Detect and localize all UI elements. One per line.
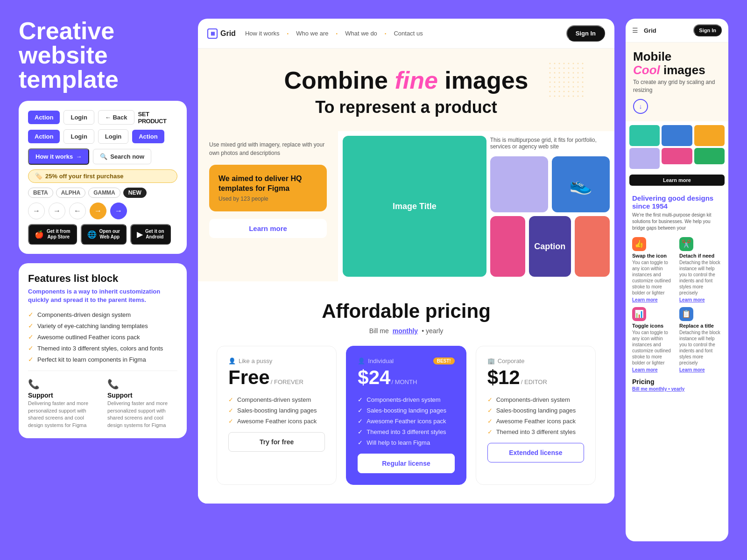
right-panel: ☰ Grid Sign In Mobile Cool images To cre… [626,19,728,541]
login-btn-2[interactable]: Login [63,129,94,144]
mobile-grid [626,121,728,173]
aside-desc: This is multipurpose grid, it fits for p… [490,136,610,153]
toggle-icon-box: 📊 [632,307,646,321]
shoe-cell: 👟 [552,156,610,212]
support-title-2: Support [107,392,177,399]
mobile-billing-text: Bill me monthly • [632,386,671,392]
nav-link-contact[interactable]: Contact us [394,30,423,37]
feature-item: ✓Components-driven system [487,396,584,403]
discount-text: 25% off your first purchase [45,173,124,180]
feature-item: ✓Themed into 3 different styles [487,428,584,435]
feature-item: ✓Will help to learn Figma [358,439,454,446]
arrow-btn-3[interactable]: ← [69,203,86,219]
mg-teal-1 [629,125,660,146]
feature-item: ✓Awesome Feather icons pack [358,418,454,425]
support-desc-2: Delivering faster and more personalized … [107,400,177,429]
detach-learn-more[interactable]: Learn more [679,297,722,302]
feature-item: ✓Sales-boosting landing pages [358,407,454,414]
support-title-1: Support [28,392,98,399]
android-btn[interactable]: ▶ Get it onAndroid [130,224,171,245]
nav-link-how[interactable]: How it works [245,30,280,37]
plan-icon-individual: 👤 [358,357,365,364]
mg-blue-1 [662,125,692,146]
grid-wrapper: Image Title This is multipurpose grid, i… [343,136,610,277]
web-app-btn[interactable]: 🌐 Open ourWeb App [81,224,127,245]
mobile-billing-yearly[interactable]: yearly [671,386,685,392]
login-btn-1[interactable]: Login [63,110,94,125]
hero-title: Creative website template [19,19,187,91]
mg-lavender-1 [629,148,660,169]
billing-toggle: Bill me monthly • yearly [217,327,596,335]
swap-learn-more[interactable]: Learn more [632,297,675,302]
mobile-learn-more-btn[interactable]: Learn more [629,175,725,186]
mobile-signin-btn[interactable]: Sign In [693,24,722,36]
nav-dot-2: ● [336,32,338,35]
mobile-nav-logo: Grid [644,27,656,34]
action-btn-3[interactable]: Action [132,130,164,143]
nav-logo: ▦ Grid [207,28,236,39]
plan-btn-corporate[interactable]: Extended license [487,443,584,462]
svg-rect-1 [549,63,586,100]
login-btn-3[interactable]: Login [98,129,128,144]
billing-monthly[interactable]: monthly [393,327,418,335]
arrow-btn-1[interactable]: → [28,203,45,219]
plan-btn-free[interactable]: Try for free [228,432,325,452]
search-now-btn[interactable]: 🔍 Search now [93,149,151,164]
plan-btn-individual[interactable]: Regular license [358,454,454,473]
app-store-btn[interactable]: 🍎 Get it fromApp Store [28,224,77,245]
mobile-arrow-circle[interactable]: ↓ [633,99,648,114]
action-btn-2[interactable]: Action [28,130,60,143]
feature-text: Awesome outlined Feather icons pack [37,334,140,341]
swap-title: Swap the icon [632,253,675,259]
feat-toggle-icon: 📊 Toggle icons You can toggle to any ico… [632,307,675,372]
web-app-label: Open ourWeb App [99,229,120,240]
salmon-cell [575,216,610,277]
best-badge: BEST! [433,357,455,364]
nav-link-what[interactable]: What we do [345,30,377,37]
support-desc-1: Delivering faster and more personalized … [28,400,98,429]
arrow-btn-5[interactable]: → [110,203,127,219]
apple-icon: 🍎 [35,230,44,239]
price-card-corporate: 🏢 Corporate $12 / EDITOR ✓Components-dri… [476,346,596,485]
action-btn-1[interactable]: Action [28,111,60,124]
hero-line1: Creative [19,19,187,43]
browser-card: ▦ Grid How it works ● Who we are ● What … [198,19,614,504]
mobile-hero-cool: Cool [633,63,660,77]
toggle-learn-more[interactable]: Learn more [632,367,675,372]
lavender-cell [490,156,548,212]
features-title: Features list block [28,273,177,285]
caption-cell: Caption [529,216,571,277]
nav-link-who[interactable]: Who we are [296,30,328,37]
how-it-works-label: How it works [35,153,73,160]
replace-icon: 📋 [682,309,691,318]
promo-title: We aimed to deliver HQ templates for Fig… [218,174,317,194]
right-col: This is multipurpose grid, it fits for p… [490,136,610,277]
teal-col: Image Title [343,136,486,277]
headline-text-2: images [438,67,529,94]
discount-badge: 🏷️ 25% off your first purchase [28,169,177,183]
feature-item: ✓Awesome Feather icons pack [487,418,584,425]
mobile-pricing: Pricing Bill me monthly • yearly [632,378,722,392]
how-it-works-btn[interactable]: How it works → [28,148,89,165]
plan-price-corporate: $12 / EDITOR [487,366,584,389]
delivering-desc: We're the first multi-purpose design kit… [632,212,722,231]
signin-btn[interactable]: Sign In [566,25,605,42]
replace-learn-more[interactable]: Learn more [679,367,722,372]
replace-icon-box: 📋 [679,307,693,321]
image-title-text: Image Title [393,202,437,211]
toggle-title: Toggle icons [632,323,675,329]
nav-logo-text: Grid [220,29,236,38]
back-btn[interactable]: ← Back [98,110,134,125]
brand-tag: SETPRODUCT [138,111,167,125]
hero-section: Combine fine images To represent a produ… [198,49,614,131]
replace-title: Replace a title [679,323,722,329]
arrow-btn-2[interactable]: → [49,203,65,219]
discount-icon: 🏷️ [35,173,42,180]
year-highlight: 1954 [652,202,668,210]
phone-icon: 📞 [28,378,98,390]
arrow-btn-4[interactable]: → [90,203,106,219]
price-card-free: 👤 Like a pussy Free / FOREVER ✓Component… [217,346,337,485]
promo-sub: Used by 123 people [218,196,317,202]
swap-desc: You can toggle to any icon within instan… [632,259,675,296]
learn-more-btn[interactable]: Learn more [209,219,327,238]
